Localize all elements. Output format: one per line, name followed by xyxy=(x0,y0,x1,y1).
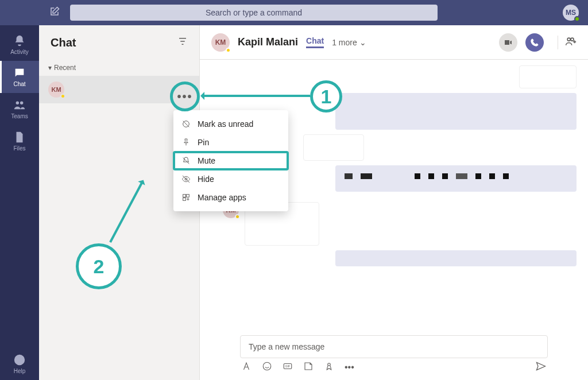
redacted xyxy=(456,173,467,179)
message-bubble xyxy=(335,250,577,266)
menu-mark-as-unread[interactable]: Mark as unread xyxy=(173,115,288,133)
rail-files[interactable]: Files xyxy=(0,125,39,157)
presence-away-icon xyxy=(235,214,240,219)
redacted xyxy=(475,173,481,179)
add-people-button[interactable] xyxy=(558,36,577,49)
avatar-initials: KM xyxy=(215,38,226,46)
redacted xyxy=(489,173,495,179)
message-bubble xyxy=(335,165,577,192)
redacted xyxy=(428,173,434,179)
rail-activity[interactable]: Activity xyxy=(0,29,39,61)
chevron-down-icon: ▾ xyxy=(48,64,52,72)
rail-chat-label: Chat xyxy=(13,81,25,87)
chat-header: KM Kapil Malani Chat 1 more ⌄ xyxy=(200,25,588,60)
video-call-button[interactable] xyxy=(499,33,517,52)
menu-label: Hide xyxy=(198,175,214,184)
filter-icon[interactable] xyxy=(177,36,188,49)
presence-available-icon xyxy=(574,16,580,22)
chevron-down-icon: ⌄ xyxy=(359,38,366,47)
presence-away-icon xyxy=(226,48,231,53)
message-placeholder: Type a new message xyxy=(249,342,324,351)
more-tabs-dropdown[interactable]: 1 more ⌄ xyxy=(332,38,366,47)
annotation-ellipsis: ••• xyxy=(170,82,200,111)
compose-toolbar: GIF ••• xyxy=(240,358,548,377)
titlebar: Search or type a command MS xyxy=(0,0,588,25)
rail-help-label: Help xyxy=(14,368,26,374)
search-placeholder: Search or type a command xyxy=(206,8,302,17)
redacted xyxy=(442,173,448,179)
gif-icon[interactable]: GIF xyxy=(283,361,293,374)
search-input[interactable]: Search or type a command xyxy=(70,5,438,21)
svg-point-3 xyxy=(263,362,271,370)
chat-list-title: Chat xyxy=(51,36,177,49)
more-icon[interactable]: ••• xyxy=(345,362,354,373)
chat-context-menu: Mark as unread Pin Mute Hide Manage apps xyxy=(173,110,288,211)
redacted xyxy=(361,173,372,179)
redacted xyxy=(345,173,353,179)
tab-chat[interactable]: Chat xyxy=(306,36,324,48)
chat-title: Kapil Malani xyxy=(238,36,298,48)
message-bubble xyxy=(335,93,577,130)
profile-avatar[interactable]: MS xyxy=(563,5,579,21)
rail-teams[interactable]: Teams xyxy=(0,93,39,125)
message-bubble xyxy=(519,65,577,88)
avatar-initials: KM xyxy=(51,86,61,93)
menu-manage-apps[interactable]: Manage apps xyxy=(173,188,288,207)
presence-away-icon xyxy=(60,94,65,99)
svg-point-1 xyxy=(567,38,570,41)
svg-rect-10 xyxy=(187,195,189,197)
compose-icon[interactable] xyxy=(49,6,60,19)
svg-point-2 xyxy=(571,38,574,41)
menu-label: Mute xyxy=(198,156,215,165)
format-icon[interactable] xyxy=(241,361,252,374)
rail-activity-label: Activity xyxy=(10,49,29,55)
message-input[interactable]: Type a new message xyxy=(240,335,548,358)
svg-text:GIF: GIF xyxy=(285,365,291,368)
redacted xyxy=(503,173,509,179)
rail-chat[interactable]: Chat xyxy=(0,61,39,93)
chat-list-header: Chat xyxy=(39,25,199,60)
menu-hide[interactable]: Hide xyxy=(173,170,288,188)
rail-help[interactable]: Help xyxy=(0,348,39,380)
redacted xyxy=(380,173,407,179)
compose-area: Type a new message GIF ••• xyxy=(200,329,588,380)
app-rail: Activity Chat Teams Files Help xyxy=(0,25,39,380)
sticker-icon[interactable] xyxy=(303,361,314,374)
emoji-icon[interactable] xyxy=(262,361,272,374)
message-bubble xyxy=(303,134,364,161)
rail-files-label: Files xyxy=(13,145,25,152)
menu-mute[interactable]: Mute xyxy=(173,152,288,170)
menu-label: Pin xyxy=(198,138,209,147)
send-button[interactable] xyxy=(535,360,547,374)
svg-rect-9 xyxy=(183,195,186,197)
menu-label: Mark as unread xyxy=(198,119,253,129)
avatar: KM xyxy=(211,33,230,52)
profile-initials: MS xyxy=(566,9,576,17)
annotation-2: 2 xyxy=(76,243,122,289)
svg-rect-11 xyxy=(183,198,186,201)
svg-point-6 xyxy=(328,363,331,366)
rail-teams-label: Teams xyxy=(11,113,28,119)
annotation-1: 1 xyxy=(310,80,342,113)
avatar: KM xyxy=(48,82,64,98)
recent-label: Recent xyxy=(54,64,76,72)
audio-call-button[interactable] xyxy=(525,33,544,52)
redacted xyxy=(415,173,420,179)
one-more-label: 1 more xyxy=(332,38,357,47)
menu-label: Manage apps xyxy=(198,193,246,202)
recent-section[interactable]: ▾ Recent xyxy=(39,60,199,76)
praise-icon[interactable] xyxy=(324,361,334,374)
annotation-arrow xyxy=(202,95,310,97)
menu-pin[interactable]: Pin xyxy=(173,133,288,152)
